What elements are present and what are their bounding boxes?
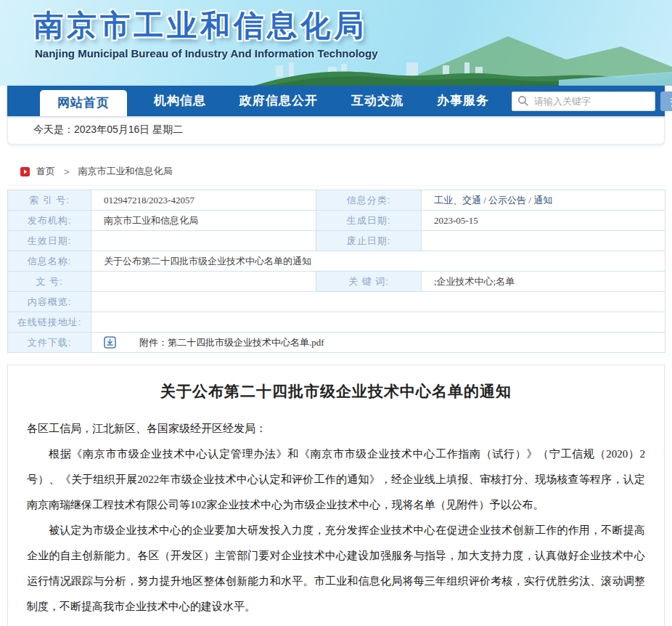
site-title: 南京市工业和信息化局 [33,6,367,46]
site-subtitle: Nanjing Municipal Bureau of Industry And… [35,47,378,60]
meta-label-download: 文件下载: [8,333,91,353]
meta-value-expire [422,231,665,251]
meta-label-category: 信息分类: [316,190,422,211]
tab-org-info[interactable]: 机构信息 [143,86,217,116]
search-button[interactable]: 搜索 [660,92,672,111]
breadcrumb: 首页 > 南京市工业和信息化局 [7,165,665,186]
meta-value-category: 工业、交通 / 公示公告 / 通知 [422,190,665,211]
table-row: 信息名称: 关于公布第二十四批市级企业技术中心名单的通知 [8,251,665,272]
meta-value-effective [91,231,316,251]
meta-label-summary: 内容概览: [8,292,91,312]
meta-value-index: 012947218/2023-42057 [91,190,316,211]
tab-home[interactable]: 网站首页 [40,90,127,116]
meta-value-created: 2023-05-15 [422,211,665,231]
tab-gov-disclosure[interactable]: 政府信息公开 [229,86,329,116]
table-row: 索 引 号: 012947218/2023-42057 信息分类: 工业、交通 … [8,190,665,211]
meta-label-keyword: 关 键 词: [316,272,422,292]
meta-value-publisher: 南京市工业和信息化局 [91,211,316,231]
site-banner: 南京市工业和信息化局 Nanjing Municipal Bureau of I… [0,0,672,86]
search-area: 搜索 [512,92,672,111]
breadcrumb-home[interactable]: 首页 [36,165,55,178]
main-nav: 网站首页 机构信息 政府信息公开 互动交流 办事服务 搜索 [7,86,665,116]
tab-interaction[interactable]: 互动交流 [340,86,414,116]
table-row: 生效日期: 废止日期: [8,231,665,251]
meta-value-keyword: ;企业技术中心;名单 [422,272,665,292]
search-input[interactable] [512,92,655,111]
meta-label-effective: 生效日期: [8,231,91,251]
date-bar: 今天是：2023年05月16日 星期二 [7,116,665,145]
search-icon [517,95,529,110]
breadcrumb-current[interactable]: 南京市工业和信息化局 [78,165,173,178]
breadcrumb-separator: > [64,166,70,177]
today-date: 今天是：2023年05月16日 星期二 [33,123,183,137]
table-row: 在线链接地址: [8,312,665,333]
table-row: 文件下载: 附件：第二十四批市级企业技术中心名单.pdf [8,333,665,353]
table-row: 文 号: 关 键 词: ;企业技术中心;名单 [8,272,665,292]
meta-label-created: 生成日期: [316,211,422,231]
meta-value-download: 附件：第二十四批市级企业技术中心名单.pdf [91,333,665,353]
download-icon[interactable] [104,336,116,349]
meta-label-name: 信息名称: [8,251,91,272]
article-paragraph-2: 被认定为市级企业技术中心的企业要加大研发投入力度，充分发挥企业技术中心在促进企业… [27,518,645,619]
meta-label-docno: 文 号: [8,272,91,292]
meta-value-summary [91,292,665,312]
home-play-icon [20,167,30,176]
table-row: 内容概览: [8,292,665,312]
attachment-link[interactable]: 附件：第二十四批市级企业技术中心名单.pdf [139,336,324,349]
tab-services[interactable]: 办事服务 [426,86,500,116]
meta-value-link [91,312,665,333]
meta-label-index: 索 引 号: [8,190,91,211]
article-salutation: 各区工信局，江北新区、各国家级经开区经发局： [27,416,645,442]
meta-label-publisher: 发布机构: [8,211,91,231]
meta-value-docno [91,272,316,292]
meta-label-link: 在线链接地址: [8,312,91,333]
meta-label-expire: 废止日期: [316,231,422,251]
article-title: 关于公布第二十四批市级企业技术中心名单的通知 [27,381,645,402]
document-meta-table: 索 引 号: 012947218/2023-42057 信息分类: 工业、交通 … [7,190,665,353]
article-paragraph-1: 根据《南京市市级企业技术中心认定管理办法》和《南京市市级企业技术中心工作指南（试… [27,442,645,518]
article-panel: 关于公布第二十四批市级企业技术中心名单的通知 各区工信局，江北新区、各国家级经开… [7,365,665,626]
meta-value-name: 关于公布第二十四批市级企业技术中心名单的通知 [91,251,665,272]
article-attachment-line: 附件：第二十四批市级企业技术中心名单 [27,619,645,626]
table-row: 发布机构: 南京市工业和信息化局 生成日期: 2023-05-15 [8,211,665,231]
